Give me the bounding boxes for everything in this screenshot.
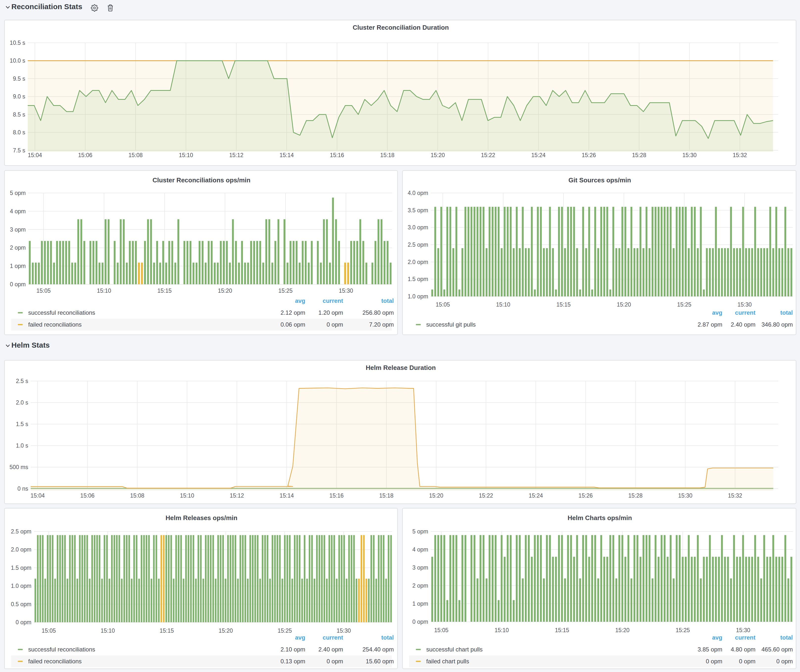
svg-text:15:05: 15:05 <box>42 627 56 634</box>
svg-text:15:05: 15:05 <box>36 288 51 294</box>
svg-text:2.5 s: 2.5 s <box>16 378 28 384</box>
svg-text:15:10: 15:10 <box>494 627 509 634</box>
svg-text:2.0 s: 2.0 s <box>16 399 28 406</box>
svg-text:2.0 opm: 2.0 opm <box>11 546 31 553</box>
svg-text:15:18: 15:18 <box>380 152 395 158</box>
svg-text:15:30: 15:30 <box>678 492 693 499</box>
svg-text:3 opm: 3 opm <box>412 564 428 571</box>
svg-text:15:06: 15:06 <box>80 492 95 499</box>
svg-text:1 opm: 1 opm <box>10 263 26 269</box>
svg-text:15:12: 15:12 <box>230 492 244 499</box>
svg-text:2 opm: 2 opm <box>412 582 428 589</box>
svg-text:15:18: 15:18 <box>379 492 394 499</box>
svg-text:15:10: 15:10 <box>180 492 194 499</box>
svg-text:9.0 s: 9.0 s <box>13 93 25 100</box>
svg-text:15:20: 15:20 <box>429 492 443 499</box>
svg-text:15:32: 15:32 <box>733 152 747 158</box>
svg-text:15:30: 15:30 <box>736 627 750 634</box>
svg-text:current: current <box>735 634 755 641</box>
svg-text:current: current <box>323 298 343 304</box>
svg-text:15.60 opm: 15.60 opm <box>366 658 394 665</box>
svg-text:15:22: 15:22 <box>479 492 493 499</box>
svg-text:15:10: 15:10 <box>179 152 193 158</box>
svg-text:failed reconciliations: failed reconciliations <box>28 321 82 328</box>
svg-text:15:30: 15:30 <box>337 627 351 634</box>
svg-text:0 opm: 0 opm <box>326 658 343 665</box>
svg-text:Git Sources ops/min: Git Sources ops/min <box>568 176 631 184</box>
svg-text:15:25: 15:25 <box>278 627 292 634</box>
svg-text:346.80 opm: 346.80 opm <box>762 321 793 328</box>
svg-text:15:25: 15:25 <box>677 301 691 308</box>
svg-text:15:08: 15:08 <box>130 492 144 499</box>
svg-text:15:20: 15:20 <box>431 152 445 158</box>
svg-text:15:30: 15:30 <box>683 152 697 158</box>
svg-text:2.87 opm: 2.87 opm <box>698 321 722 328</box>
svg-text:254.40 opm: 254.40 opm <box>362 646 394 653</box>
svg-text:0.13 opm: 0.13 opm <box>280 658 305 665</box>
svg-text:Cluster Reconciliations ops/mi: Cluster Reconciliations ops/min <box>153 176 251 184</box>
svg-text:15:28: 15:28 <box>628 492 643 499</box>
svg-text:4 opm: 4 opm <box>412 546 428 553</box>
svg-text:1.20 opm: 1.20 opm <box>318 309 343 316</box>
svg-text:2.10 opm: 2.10 opm <box>280 646 305 653</box>
svg-text:0 ns: 0 ns <box>18 485 28 492</box>
svg-text:1.0 opm: 1.0 opm <box>408 293 428 300</box>
svg-text:15:16: 15:16 <box>330 152 344 158</box>
svg-text:15:26: 15:26 <box>579 492 593 499</box>
svg-text:15:24: 15:24 <box>529 492 543 499</box>
svg-text:15:25: 15:25 <box>675 627 690 634</box>
svg-text:3.0 opm: 3.0 opm <box>408 224 428 230</box>
svg-text:3.5 opm: 3.5 opm <box>408 207 428 214</box>
svg-text:8.0 s: 8.0 s <box>13 129 25 136</box>
svg-text:15:15: 15:15 <box>555 627 569 634</box>
svg-text:successful chart pulls: successful chart pulls <box>426 646 483 653</box>
svg-text:1.5 opm: 1.5 opm <box>408 276 428 282</box>
svg-text:256.80 opm: 256.80 opm <box>362 309 394 316</box>
svg-text:15:06: 15:06 <box>78 152 93 158</box>
svg-text:3 opm: 3 opm <box>10 226 26 233</box>
svg-text:15:10: 15:10 <box>496 301 510 308</box>
svg-text:465.60 opm: 465.60 opm <box>762 646 793 653</box>
svg-text:0 opm: 0 opm <box>326 321 343 328</box>
svg-text:total: total <box>780 309 793 316</box>
svg-text:15:10: 15:10 <box>101 627 115 634</box>
svg-text:7.5 s: 7.5 s <box>13 147 25 154</box>
svg-text:2.40 opm: 2.40 opm <box>318 646 343 653</box>
svg-text:Helm Charts ops/min: Helm Charts ops/min <box>568 514 632 522</box>
svg-text:0 opm: 0 opm <box>706 658 722 665</box>
svg-text:4.80 opm: 4.80 opm <box>731 646 755 653</box>
svg-text:3.85 opm: 3.85 opm <box>698 646 722 653</box>
svg-text:successful git pulls: successful git pulls <box>426 321 476 328</box>
svg-text:10.0 s: 10.0 s <box>10 58 25 64</box>
svg-text:total: total <box>381 634 394 641</box>
svg-text:10.5 s: 10.5 s <box>10 40 25 46</box>
svg-text:8.5 s: 8.5 s <box>13 111 25 118</box>
svg-text:15:14: 15:14 <box>280 492 294 499</box>
svg-text:0 opm: 0 opm <box>412 619 428 625</box>
svg-text:1.0 s: 1.0 s <box>16 442 28 449</box>
svg-text:15:22: 15:22 <box>481 152 495 158</box>
svg-text:current: current <box>735 309 755 316</box>
svg-text:2.5 opm: 2.5 opm <box>11 528 31 535</box>
svg-text:avg: avg <box>712 634 722 641</box>
svg-text:Cluster Reconciliation Duratio: Cluster Reconciliation Duration <box>353 24 449 31</box>
svg-text:5 opm: 5 opm <box>10 190 26 196</box>
svg-text:0 opm: 0 opm <box>739 658 755 665</box>
svg-text:15:15: 15:15 <box>160 627 174 634</box>
svg-text:1.5 s: 1.5 s <box>16 421 28 427</box>
svg-text:successful reconciliations: successful reconciliations <box>28 646 95 653</box>
svg-text:0 opm: 0 opm <box>16 619 31 626</box>
svg-text:15:08: 15:08 <box>128 152 143 158</box>
svg-text:4.0 opm: 4.0 opm <box>408 190 428 196</box>
svg-text:15:15: 15:15 <box>157 288 172 294</box>
svg-text:15:14: 15:14 <box>280 152 294 158</box>
svg-text:15:12: 15:12 <box>229 152 243 158</box>
svg-text:15:05: 15:05 <box>436 301 450 308</box>
svg-text:15:04: 15:04 <box>28 152 42 158</box>
svg-text:Helm Release Duration: Helm Release Duration <box>366 364 436 371</box>
svg-text:0.06 opm: 0.06 opm <box>280 321 305 328</box>
svg-text:2.0 opm: 2.0 opm <box>408 259 428 265</box>
svg-text:2.40 opm: 2.40 opm <box>731 321 755 328</box>
svg-text:failed chart pulls: failed chart pulls <box>426 658 469 665</box>
svg-text:15:24: 15:24 <box>531 152 546 158</box>
